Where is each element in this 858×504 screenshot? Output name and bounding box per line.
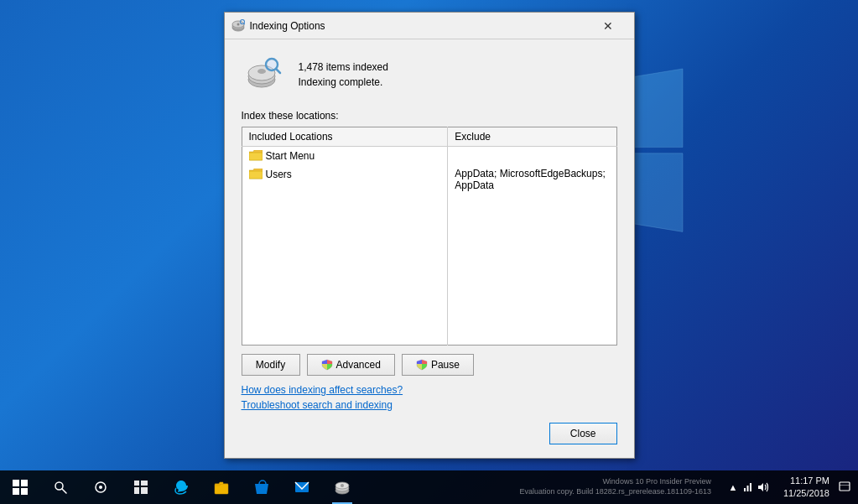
svg-point-36 [341,484,344,487]
table-row: Users AppData; MicrosoftEdgeBackups; App… [242,165,616,194]
svg-rect-20 [21,480,28,486]
clock-time: 11:17 PM [790,475,829,487]
svg-rect-18 [249,171,263,179]
svg-rect-39 [750,483,751,491]
desktop: Indexing Options ✕ [0,0,858,504]
action-buttons: Modify Advanced [242,354,617,376]
folder-icon [249,169,263,180]
svg-point-13 [257,69,266,74]
svg-marker-40 [758,483,763,491]
clock[interactable]: 11:17 PM 11/25/2018 [778,475,835,501]
svg-rect-28 [141,481,148,486]
items-indexed-text: 1,478 items indexed [299,61,388,73]
taskbar-app-explorer[interactable] [201,470,242,504]
cortana-button[interactable] [81,470,121,504]
clock-date: 11/25/2018 [783,487,829,500]
title-bar[interactable]: Indexing Options ✕ [225,13,634,39]
svg-rect-29 [134,487,139,494]
taskbar-app-store[interactable] [242,470,282,504]
svg-rect-37 [744,488,746,491]
title-bar-controls: ✕ [589,16,627,36]
location-name: Start Menu [266,150,315,162]
taskbar-left [0,470,362,504]
os-info-line1: Windows 10 Pro Insider Preview [602,477,711,487]
search-button[interactable] [40,470,81,504]
location-item: Start Menu [249,149,441,163]
folder-icon [249,150,263,162]
table-row: Start Menu [242,147,616,166]
locations-table: Included Locations Exclude [242,127,617,346]
troubleshoot-link[interactable]: Troubleshoot search and indexing [242,399,617,411]
exclude-cell [448,147,616,166]
svg-rect-30 [141,487,148,494]
svg-rect-19 [13,480,19,486]
indexing-options-dialog: Indexing Options ✕ [224,12,635,459]
svg-rect-38 [746,486,748,491]
show-hidden-icons[interactable]: ▲ [726,481,740,494]
taskbar-right: Windows 10 Pro Insider Preview Evaluatio… [519,470,858,504]
shield-icon [321,359,333,371]
table-empty-space [242,194,616,345]
svg-line-9 [243,23,244,24]
start-button[interactable] [0,470,40,504]
col-included-header: Included Locations [242,127,448,147]
svg-point-26 [99,486,102,489]
taskbar-app-edge[interactable] [161,470,201,504]
close-row: Close [242,423,617,444]
status-area: 1,478 items indexed Indexing complete. [242,53,617,96]
taskbar-apps [161,470,362,504]
svg-rect-17 [249,153,263,160]
taskbar-app-mail[interactable] [282,470,322,504]
volume-icon[interactable] [757,481,770,494]
location-cell: Users [242,165,448,194]
close-button[interactable]: Close [549,423,617,444]
os-info: Windows 10 Pro Insider Preview Evaluatio… [519,477,711,496]
advanced-button[interactable]: Advanced [307,354,395,376]
os-info-line2: Evaluation copy. Build 18282.rs_prerelea… [519,487,711,497]
svg-rect-41 [840,482,850,491]
dialog-title: Indexing Options [250,20,589,32]
locations-label: Index these locations: [242,110,617,122]
shield-icon-pause [416,359,428,371]
network-icon[interactable] [741,481,755,494]
taskbar-app-active[interactable] [322,470,362,504]
dialog-body: 1,478 items indexed Indexing complete. I… [225,39,634,458]
col-exclude-header: Exclude [448,127,616,147]
svg-point-15 [268,60,276,69]
svg-line-24 [62,489,66,493]
dialog-overlay: Indexing Options ✕ [0,0,858,504]
location-cell: Start Menu [242,147,448,166]
pause-button[interactable]: Pause [402,354,474,376]
svg-rect-22 [21,488,28,495]
notification-icon[interactable] [838,470,851,504]
how-affect-link[interactable]: How does indexing affect searches? [242,384,617,396]
svg-rect-27 [134,481,139,486]
modify-button[interactable]: Modify [242,354,300,376]
close-title-btn[interactable]: ✕ [589,16,627,36]
task-view-button[interactable] [121,470,161,504]
indexing-status-text: Indexing complete. [299,76,388,88]
sys-tray: ▲ [721,481,775,494]
exclude-cell: AppData; MicrosoftEdgeBackups; AppData [448,165,616,194]
svg-rect-21 [13,488,19,495]
location-item: Users [249,168,441,181]
status-icon [242,53,285,96]
svg-line-16 [276,69,280,73]
links-area: How does indexing affect searches? Troub… [242,384,617,411]
status-info: 1,478 items indexed Indexing complete. [299,61,388,88]
taskbar: Windows 10 Pro Insider Preview Evaluatio… [0,470,858,504]
svg-rect-42 [840,485,850,486]
svg-point-7 [237,23,239,25]
dialog-icon [231,19,245,33]
location-name: Users [266,169,292,180]
